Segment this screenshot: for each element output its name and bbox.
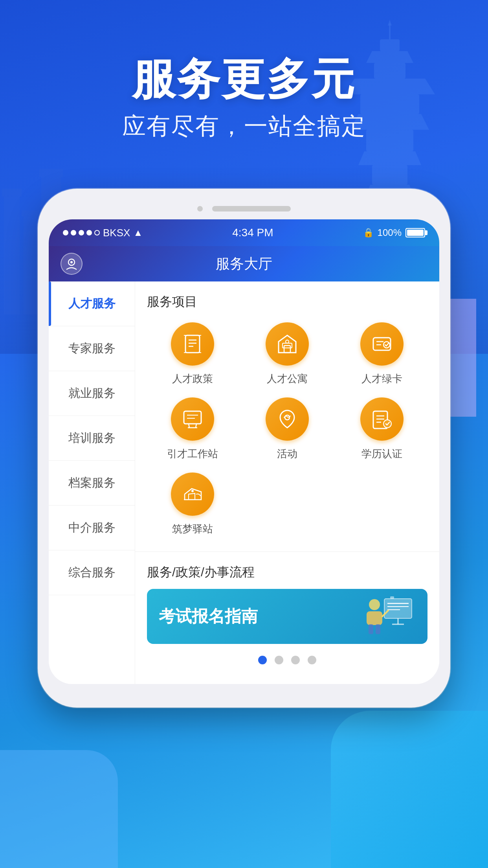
service-icon-policy: [171, 322, 214, 366]
service-label-activity: 活动: [277, 447, 297, 461]
service-item-activity[interactable]: 活动: [242, 397, 332, 461]
svg-rect-16: [2, 189, 22, 197]
content-area: 服务项目: [135, 281, 439, 684]
sidebar-item-talent[interactable]: 人才服务: [49, 281, 135, 326]
wifi-icon: ▲: [133, 227, 143, 238]
pagination: [147, 656, 427, 672]
service-item-policy[interactable]: 人才政策: [147, 322, 238, 386]
status-time: 4:34 PM: [232, 226, 273, 239]
app-logo: [61, 253, 83, 275]
signal-dot-3: [79, 230, 84, 235]
svg-rect-53: [384, 599, 412, 618]
battery-icon: [405, 228, 425, 237]
signal-dots: [63, 230, 100, 235]
main-content: 人才服务 专家服务 就业服务 培训服务 档案服务 中介服务: [49, 281, 439, 684]
svg-marker-32: [279, 335, 296, 353]
service-item-dreamstation[interactable]: 筑梦驿站: [147, 473, 238, 536]
app-title: 服务大厅: [216, 254, 272, 274]
status-bar: BKSX ▲ 4:34 PM 🔒 100%: [49, 219, 439, 246]
svg-point-52: [191, 490, 194, 492]
hero-section: 服务更多元 应有尽有，一站全搞定: [0, 0, 488, 142]
signal-dot-5: [94, 230, 100, 235]
battery-fill: [407, 230, 424, 236]
service-icon-greencard: [360, 322, 404, 366]
service-item-certification[interactable]: 学历认证: [337, 397, 427, 461]
service-label-workstation: 引才工作站: [167, 447, 218, 461]
status-left: BKSX ▲: [63, 227, 143, 239]
status-right: 🔒 100%: [363, 227, 425, 238]
service-label-dreamstation: 筑梦驿站: [172, 522, 213, 536]
svg-point-35: [286, 340, 289, 343]
service-item-greencard[interactable]: 人才绿卡: [337, 322, 427, 386]
guide-section: 服务/政策/办事流程 考试报名指南: [147, 564, 427, 672]
sidebar: 人才服务 专家服务 就业服务 培训服务 档案服务 中介服务: [49, 281, 135, 684]
signal-dot-2: [71, 230, 76, 235]
service-item-workstation[interactable]: 引才工作站: [147, 397, 238, 461]
svg-rect-17: [24, 216, 37, 314]
section-title-services: 服务项目: [147, 293, 427, 311]
guide-banner-text: 考试报名指南: [159, 605, 258, 627]
bottom-wave-right: [331, 711, 488, 868]
svg-rect-62: [369, 624, 373, 634]
signal-dot-1: [63, 230, 68, 235]
sidebar-item-archive[interactable]: 档案服务: [49, 461, 135, 506]
phone-mockup: BKSX ▲ 4:34 PM 🔒 100%: [38, 189, 450, 708]
svg-rect-26: [185, 335, 200, 353]
svg-rect-63: [376, 624, 380, 634]
sidebar-item-general[interactable]: 综合服务: [49, 550, 135, 595]
svg-rect-64: [390, 596, 394, 599]
section-divider: [135, 552, 439, 552]
service-icon-apartment: [266, 322, 309, 366]
service-icon-workstation: [171, 397, 214, 441]
app-header: 服务大厅: [49, 246, 439, 281]
guide-banner-image: [353, 593, 416, 640]
page-dot-1[interactable]: [258, 656, 267, 664]
svg-rect-40: [184, 411, 201, 424]
service-item-apartment[interactable]: 人才公寓: [242, 322, 332, 386]
hero-subtitle: 应有尽有，一站全搞定: [0, 110, 488, 142]
service-label-policy: 人才政策: [172, 372, 213, 386]
guide-banner[interactable]: 考试报名指南: [147, 589, 427, 644]
service-label-apartment: 人才公寓: [267, 372, 308, 386]
page-dot-3[interactable]: [291, 656, 300, 664]
service-label-greencard: 人才绿卡: [361, 372, 402, 386]
phone-camera: [197, 206, 203, 211]
service-label-certification: 学历认证: [361, 447, 402, 461]
svg-rect-18: [22, 210, 39, 216]
phone-screen: BKSX ▲ 4:34 PM 🔒 100%: [49, 219, 439, 684]
svg-rect-2: [372, 165, 407, 185]
page-dot-4[interactable]: [308, 656, 316, 664]
sidebar-item-expert[interactable]: 专家服务: [49, 326, 135, 371]
carrier-name: BKSX: [103, 227, 130, 239]
page-dot-2[interactable]: [275, 656, 283, 664]
phone-outer: BKSX ▲ 4:34 PM 🔒 100%: [38, 189, 450, 708]
service-grid: 人才政策 人才公寓: [147, 322, 427, 536]
sidebar-item-employment[interactable]: 就业服务: [49, 371, 135, 416]
sidebar-item-training[interactable]: 培训服务: [49, 416, 135, 461]
service-icon-dreamstation: [171, 473, 214, 516]
svg-rect-60: [367, 611, 382, 625]
hero-title: 服务更多元: [0, 55, 488, 103]
phone-top-bar: [49, 200, 439, 219]
sidebar-item-agency[interactable]: 中介服务: [49, 506, 135, 550]
section-title-guide: 服务/政策/办事流程: [147, 564, 427, 581]
service-icon-activity: [266, 397, 309, 441]
svg-point-59: [369, 599, 380, 610]
svg-rect-33: [284, 346, 290, 353]
bottom-blob-left: [0, 750, 118, 868]
svg-rect-15: [4, 197, 20, 314]
lock-icon: 🔒: [363, 228, 374, 238]
svg-marker-3: [358, 151, 421, 165]
svg-point-25: [70, 261, 73, 263]
signal-dot-4: [86, 230, 92, 235]
svg-rect-20: [39, 169, 63, 177]
phone-speaker: [212, 206, 291, 211]
battery-percentage: 100%: [378, 227, 402, 238]
service-icon-certification: [360, 397, 404, 441]
